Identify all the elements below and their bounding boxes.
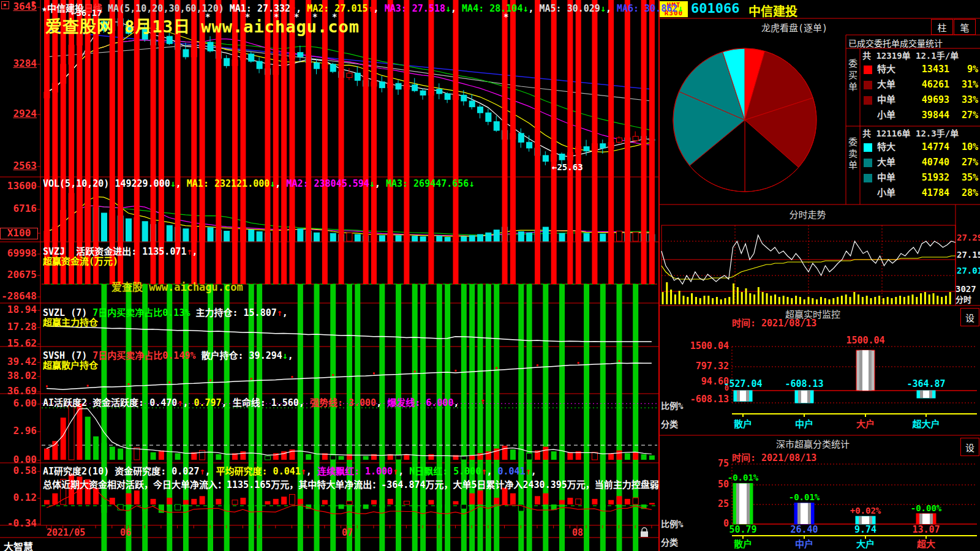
axis-label-39.42: 39.42 — [0, 357, 37, 367]
brand-logo: 大智慧 — [4, 539, 33, 551]
shenshi-bar-pct: +0.02% — [838, 506, 893, 515]
legend-square — [864, 66, 872, 74]
order-row-label: 特大 — [877, 143, 895, 152]
header-segment: ↓ — [282, 350, 288, 361]
ai-research-header: AI研究度2(10) 资金研究度: 0.027↑, 平均研究度: 0.041↑,… — [43, 464, 537, 477]
main-chart-header-segments: ★中信建投日线 MA(5,10,20,30,60,120) MA1: 27.33… — [42, 1, 683, 14]
axis-label-69998: 69998 — [0, 249, 37, 259]
stock-name: 中信建投 — [748, 2, 797, 20]
header-segment: AI研究度2(10) 资金研究度: 0.027 — [43, 466, 199, 477]
intraday-title: 分时走势 — [660, 208, 956, 220]
monitor-class-label: 分类 — [661, 420, 678, 429]
header-segment: MA3: 27.518 — [385, 3, 445, 14]
intraday-high-label: 27.29 — [957, 233, 980, 242]
legend-square — [864, 174, 872, 182]
shenshi-title: 深市超赢分类统计 — [660, 437, 966, 450]
intraday-vol-label: 3027 — [956, 285, 976, 294]
header-segment: MA4: 28.104 — [462, 3, 522, 14]
star-marker: * — [205, 12, 210, 21]
header-segment: , — [486, 466, 497, 477]
header-segment: 散户持仓: 39.294 — [196, 350, 282, 361]
header-segment: 7日内买卖净占比0.13% — [92, 307, 190, 318]
header-segment: , — [183, 397, 194, 408]
date-label: 08 — [572, 528, 583, 538]
header-segment: MA1: 232121.000 — [187, 178, 270, 189]
header-segment: , — [176, 178, 187, 189]
shenshi-bar-pct: -0.01% — [715, 473, 771, 482]
monitor-settings-button[interactable]: 设 — [960, 308, 979, 326]
header-segment: 总体近期大资金相对活跃，今日大单净流入：1135.165万元，其中特大单净流出：… — [43, 479, 659, 490]
header-segment: MA2: 238045.594 — [286, 178, 369, 189]
axis-label-0.00: 0.00 — [0, 455, 37, 465]
order-row-pct: 10% — [951, 143, 978, 152]
star-marker: * — [503, 12, 508, 21]
header-segment: 0.797 — [194, 397, 221, 408]
star-marker: * — [294, 12, 299, 21]
date-label: 06 — [120, 528, 131, 538]
header-segment: VOL(5,10,20) 149229.000 — [43, 178, 170, 189]
annotation: ? — [31, 0, 36, 9]
header-segment: , — [306, 466, 317, 477]
header-segment: , — [453, 397, 459, 408]
bar-mode-button[interactable]: 柱 — [931, 19, 953, 35]
order-row-value: 49693 — [900, 96, 949, 105]
legend-square — [864, 81, 872, 89]
shenshi-time: 时间: 2021/08/13 — [732, 454, 816, 463]
shenshi-settings-button[interactable]: 设 — [960, 438, 979, 456]
buy-side-label: 委买单 — [848, 59, 859, 126]
header-segment: ↑ — [187, 246, 192, 257]
axis-label-2563: 2563 — [0, 161, 37, 171]
monitor-bar-value: -527.04 — [715, 380, 771, 389]
header-segment: , — [192, 246, 198, 257]
annotation: ↑ — [480, 397, 485, 406]
axis-label-13600: 13600 — [0, 181, 37, 192]
date-label: 07 — [342, 528, 353, 538]
shenshi-bar-value: 26.40 — [777, 525, 832, 535]
shenshi-class-label: 分类 — [661, 538, 678, 547]
order-row-pct: 35% — [951, 173, 978, 183]
header-segment: 生命线: 1.560 — [233, 397, 299, 408]
annotation: ←25.63 — [552, 163, 583, 172]
header-segment: 强势线: 3.000 — [310, 397, 376, 408]
shenshi-ylabel: 25 — [698, 500, 729, 509]
axis-label-2924: 2924 — [0, 109, 37, 119]
star-marker: * — [245, 12, 250, 21]
ai-research-description: 总体近期大资金相对活跃，今日大单净流入：1135.165万元，其中特大单净流出：… — [43, 478, 659, 490]
order-row-value: 40740 — [900, 158, 949, 168]
header-segment: 主力持仓: 15.807 — [190, 307, 276, 318]
header-segment: 超赢主力持仓 — [43, 317, 98, 328]
header-segment: ↓ — [170, 178, 176, 189]
order-row-pct: 31% — [951, 80, 978, 90]
header-segment: , — [531, 466, 537, 477]
monitor-ylabel: 1500.04 — [677, 342, 729, 351]
header-segment: ↓ — [445, 3, 451, 14]
dazhihui-app: 爱查股网 8月13日 www.aichagu.com HMT R300 6010… — [0, 0, 980, 551]
axis-label--28648: -28648 — [0, 291, 37, 302]
order-row-value: 13431 — [900, 65, 949, 75]
pen-mode-button[interactable]: 笔 — [954, 19, 976, 35]
axis-label-6.00: 6.00 — [0, 399, 37, 409]
order-row-label: 中单 — [877, 173, 895, 183]
header-segment: 爆发线: 6.000 — [387, 397, 453, 408]
monitor-category: 散户 — [715, 420, 771, 430]
pie-panel-title: 龙虎看盘(逐单) — [660, 21, 929, 34]
shenshi-bar-value: 13.07 — [899, 525, 954, 535]
axis-label-38.02: 38.02 — [0, 371, 37, 381]
monitor-category: 中户 — [777, 420, 832, 430]
header-segment: ↑ — [393, 466, 398, 477]
order-row-value: 41784 — [900, 189, 949, 198]
monitor-category: 大户 — [838, 420, 893, 430]
header-segment: 超赢资金流(万元) — [43, 256, 118, 267]
order-row-value: 46261 — [900, 80, 949, 90]
svzl-subheader: 超赢主力持仓 — [43, 315, 98, 328]
header-segment: 0.041 — [498, 466, 526, 477]
header-segment: , — [398, 466, 409, 477]
stock-code: 601066 — [691, 1, 739, 16]
order-row-label: 小单 — [877, 111, 895, 121]
intraday-mid-label: 27.15 — [957, 250, 980, 260]
order-row-label: 中单 — [877, 96, 895, 105]
header-segment: ↑ — [301, 466, 306, 477]
header-segment: MA3: 269447.656 — [386, 178, 469, 189]
header-segment: ↓ — [270, 178, 275, 189]
order-row-value: 14774 — [900, 143, 949, 152]
